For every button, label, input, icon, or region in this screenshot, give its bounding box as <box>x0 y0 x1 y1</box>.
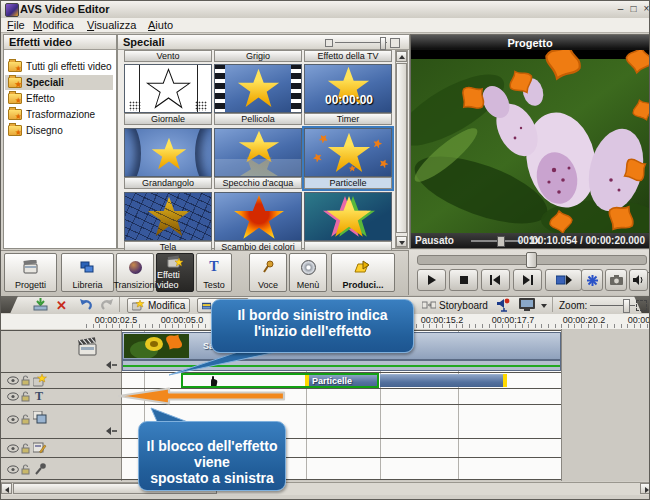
mute-icon[interactable] <box>495 298 510 314</box>
eye-icon[interactable] <box>7 444 19 453</box>
delete-icon[interactable]: ✕ <box>56 298 67 313</box>
zoom-fit-icon[interactable] <box>636 300 647 311</box>
menu-modifica[interactable]: Modifica <box>29 19 78 31</box>
previous-button[interactable] <box>481 269 510 291</box>
snapshot-button[interactable] <box>605 269 627 291</box>
lock-icon[interactable] <box>21 443 30 454</box>
sidebar-item-effetto[interactable]: ★ Effetto <box>5 91 113 106</box>
sidebar-item-tutti[interactable]: ★ Tutti gli effetti video <box>5 59 113 74</box>
lock-icon[interactable] <box>21 391 30 402</box>
effect-label-vento[interactable]: Vento <box>124 50 212 62</box>
toolbar-transizioni-button[interactable]: Transizioni <box>116 253 154 292</box>
menu-track-icon <box>33 441 47 454</box>
menu-bar: File Modifica Visualizza Aiuto <box>1 18 650 33</box>
effect-cell-specchio[interactable]: Specchio d'acqua <box>214 128 302 189</box>
redo-icon[interactable] <box>99 298 114 313</box>
seek-handle[interactable] <box>526 252 537 268</box>
video-effects-icon <box>157 254 193 270</box>
toolbar-produci-button[interactable]: Produci... <box>331 253 395 292</box>
hscroll-left-button[interactable] <box>1 483 12 494</box>
track-headers <box>1 329 122 481</box>
timer-overlay-text: 00:00:00 <box>305 93 392 107</box>
projects-icon <box>5 254 56 280</box>
playback-status-bar: Pausato 1x 00:00:10.054 / 00:00:20.000 <box>411 233 649 248</box>
effect-cell-giornale[interactable]: Giornale <box>124 64 212 125</box>
volume-button[interactable] <box>629 269 648 291</box>
monitor-icon[interactable] <box>518 298 538 314</box>
thumb-size-slider-handle[interactable] <box>380 37 386 50</box>
split-clip-icon[interactable] <box>33 298 48 313</box>
title-bar: AVS Video Editor – □ × <box>1 1 650 19</box>
eye-icon[interactable] <box>7 392 19 401</box>
play-button[interactable] <box>417 269 446 291</box>
toolbar-testo-button[interactable]: T Testo <box>196 253 232 292</box>
menu-visualizza[interactable]: Visualizza <box>83 19 140 31</box>
giornale-thumbnail <box>124 64 212 113</box>
audio-link-icon[interactable] <box>105 427 118 435</box>
frame-step-button[interactable] <box>545 269 582 291</box>
effect-cell-scambio-colori[interactable]: Scambio dei colori <box>214 192 302 253</box>
maximize-button[interactable]: □ <box>627 3 640 15</box>
folder-star-icon: ★ <box>8 61 22 72</box>
transitions-icon <box>117 254 153 280</box>
text-track-icon: T <box>35 389 43 404</box>
next-button[interactable] <box>513 269 542 291</box>
effect-end-marker[interactable] <box>503 374 507 387</box>
effect-label-effetto-tv[interactable]: Effetto della TV <box>304 50 392 62</box>
timeline-hscrollbar[interactable] <box>1 482 650 495</box>
scroll-up-button[interactable] <box>396 51 407 62</box>
toolbar-menu-button[interactable]: Menù <box>289 253 327 292</box>
sidebar-item-disegno[interactable]: ★ Disegno <box>5 123 113 138</box>
undo-icon[interactable] <box>79 298 94 313</box>
effect-cell-grandangolo[interactable]: Grandangolo <box>124 128 212 189</box>
hscroll-right-button[interactable] <box>640 483 650 494</box>
audio-link-icon[interactable] <box>105 361 118 369</box>
scrollbar-thumb[interactable] <box>396 63 407 233</box>
speed-slider[interactable] <box>471 240 521 242</box>
toolbar-progetti-button[interactable]: Progetti <box>4 253 57 292</box>
sidebar-item-speciali[interactable]: ★ Speciali <box>5 75 113 90</box>
sidebar-item-trasformazione[interactable]: ★ Trasformazione <box>5 107 113 122</box>
eye-icon[interactable] <box>7 415 19 424</box>
thumb-size-small-icon <box>325 39 333 47</box>
stop-button[interactable] <box>449 269 478 291</box>
app-window: AVS Video Editor – □ × File Modifica Vis… <box>0 0 650 500</box>
eye-icon[interactable] <box>7 376 19 385</box>
minimize-button[interactable]: – <box>614 3 627 15</box>
effect-cell-unnamed[interactable] <box>304 192 392 253</box>
lock-icon[interactable] <box>21 414 30 425</box>
timer-thumbnail: 00:00:00 <box>304 64 392 113</box>
effects-grid-header: Speciali <box>123 36 165 48</box>
lock-icon[interactable] <box>21 464 30 475</box>
eye-icon[interactable] <box>7 465 19 474</box>
scambio-colori-thumbnail <box>214 192 302 241</box>
scroll-down-button[interactable] <box>396 236 407 247</box>
callout-2: Il blocco dell'effetto viene spostato a … <box>138 421 286 491</box>
toolbar-separator <box>119 297 120 312</box>
timeline-zoom-handle[interactable] <box>623 299 630 313</box>
toolbar-voce-button[interactable]: Voce <box>249 253 287 292</box>
effect-cell-pellicola[interactable]: Pellicola <box>214 64 302 125</box>
effects-track-icon <box>33 374 47 387</box>
speed-slider-handle[interactable] <box>497 236 505 247</box>
monitor-dropdown-icon[interactable] <box>541 304 547 308</box>
close-button[interactable]: × <box>640 3 650 15</box>
overlay-track-icon <box>33 411 47 424</box>
particelle-thumbnail <box>304 128 392 177</box>
toolbar-effetti-video-button[interactable]: Effetti video <box>156 253 194 292</box>
callout-1-line1: Il bordo sinistro indica <box>212 307 413 323</box>
split-button[interactable] <box>581 269 603 291</box>
effect-label-grigio[interactable]: Grigio <box>214 50 302 62</box>
zoom-label: Zoom: <box>559 300 587 311</box>
lock-icon[interactable] <box>21 375 30 386</box>
menu-file[interactable]: File <box>3 19 29 31</box>
toolbar-libreria-button[interactable]: Libreria <box>61 253 114 292</box>
effect-cell-tela[interactable]: Tela <box>124 192 212 253</box>
effect-cell-timer[interactable]: 00:00:00 Timer <box>304 64 392 125</box>
effects-grid-panel: Speciali Vento Grigio Effetto della TV G… <box>117 34 410 249</box>
storyboard-label[interactable]: Storyboard <box>439 300 488 311</box>
menu-aiuto[interactable]: Aiuto <box>144 19 177 31</box>
pellicola-thumbnail <box>214 64 302 113</box>
effects-scrollbar[interactable] <box>395 50 408 248</box>
effect-cell-particelle[interactable]: Particelle <box>304 128 392 189</box>
